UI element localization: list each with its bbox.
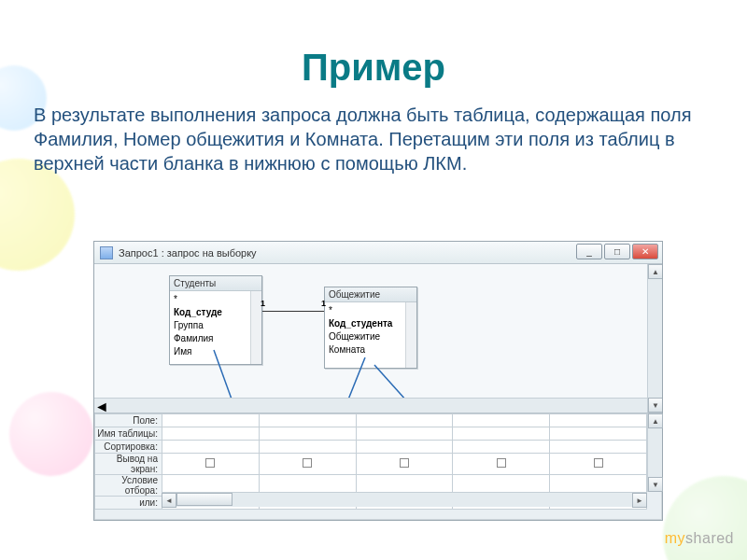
watermark: myshared: [665, 530, 734, 547]
grid-row-label: или:: [95, 497, 162, 510]
field-item[interactable]: Группа: [174, 319, 258, 332]
window-titlebar[interactable]: Запрос1 : запрос на выборку _ □ ✕: [94, 242, 662, 264]
grid-cell[interactable]: [162, 427, 259, 441]
table-box-dorm[interactable]: Общежитие * Код_студента Общежитие Комна…: [324, 287, 417, 369]
grid-horizontal-scrollbar[interactable]: ◄ ►: [162, 492, 647, 507]
grid-cell[interactable]: [453, 414, 550, 427]
scroll-thumb[interactable]: [176, 493, 233, 506]
field-item[interactable]: Код_студе: [174, 306, 258, 319]
grid-row: Сортировка:: [95, 441, 647, 454]
grid-row-label: Условие отбора:: [95, 475, 162, 497]
window-icon: [100, 246, 113, 259]
grid-cell[interactable]: [259, 454, 356, 475]
grid-row-label: Поле:: [95, 414, 162, 427]
grid-row-label: Сортировка:: [95, 441, 162, 454]
grid-row: Поле:: [95, 414, 647, 427]
minimize-button[interactable]: _: [576, 244, 602, 259]
grid-cell[interactable]: [259, 441, 356, 454]
grid-cell[interactable]: [259, 427, 356, 441]
field-item[interactable]: Комната: [329, 343, 413, 357]
grid-cell[interactable]: [550, 454, 647, 475]
grid-cell[interactable]: [453, 454, 550, 475]
query-designer-window: Запрос1 : запрос на выборку _ □ ✕ Студен…: [93, 241, 663, 521]
scroll-down-icon[interactable]: ▼: [648, 477, 663, 492]
table-scrollbar[interactable]: [405, 302, 416, 368]
diagram-vertical-scrollbar[interactable]: ▲ ▼: [647, 264, 662, 413]
grid-cell[interactable]: [162, 414, 259, 427]
table-caption: Общежитие: [325, 287, 416, 302]
field-item[interactable]: *: [329, 304, 413, 317]
maximize-button[interactable]: □: [604, 244, 630, 259]
table-box-students[interactable]: Студенты * Код_студе Группа Фамилия Имя: [169, 275, 262, 365]
scroll-left-icon[interactable]: ◄: [162, 493, 176, 508]
field-item[interactable]: *: [174, 293, 258, 306]
scroll-left-icon[interactable]: ◄: [94, 399, 647, 413]
grid-row-label: Имя таблицы:: [95, 427, 162, 441]
slide-title: Пример: [0, 47, 747, 89]
grid-cell[interactable]: [356, 454, 453, 475]
scroll-up-icon[interactable]: ▲: [648, 413, 663, 428]
show-checkbox[interactable]: [400, 458, 409, 468]
grid-cell[interactable]: [162, 454, 259, 475]
field-item[interactable]: Общежитие: [329, 330, 413, 343]
window-title: Запрос1 : запрос на выборку: [119, 247, 257, 259]
scroll-right-icon[interactable]: ►: [632, 493, 647, 508]
slide-paragraph: В результате выполнения запроса должна б…: [34, 103, 713, 175]
grid-cell[interactable]: [356, 414, 453, 427]
close-button[interactable]: ✕: [632, 244, 658, 259]
grid-cell[interactable]: [162, 441, 259, 454]
grid-cell[interactable]: [453, 441, 550, 454]
field-item[interactable]: Код_студента: [329, 317, 413, 330]
grid-cell[interactable]: [550, 414, 647, 427]
grid-row: Вывод на экран:: [95, 454, 647, 475]
design-grid-pane[interactable]: Поле:Имя таблицы:Сортировка:Вывод на экр…: [94, 413, 662, 507]
scroll-down-icon[interactable]: ▼: [648, 398, 662, 413]
grid-cell[interactable]: [259, 414, 356, 427]
grid-cell[interactable]: [550, 427, 647, 441]
grid-row-label: Вывод на экран:: [95, 454, 162, 475]
show-checkbox[interactable]: [205, 458, 215, 468]
grid-cell[interactable]: [453, 427, 550, 441]
field-item[interactable]: Имя: [174, 345, 258, 358]
diagram-pane[interactable]: Студенты * Код_студе Группа Фамилия Имя …: [94, 264, 662, 413]
grid-cell[interactable]: [356, 427, 453, 441]
table-caption: Студенты: [170, 276, 261, 291]
show-checkbox[interactable]: [594, 458, 603, 468]
grid-cell[interactable]: [356, 441, 453, 454]
scroll-up-icon[interactable]: ▲: [648, 264, 662, 279]
grid-row: Имя таблицы:: [95, 427, 647, 441]
diagram-horizontal-scrollbar[interactable]: ◄ ►: [94, 398, 647, 413]
show-checkbox[interactable]: [497, 458, 506, 468]
grid-vertical-scrollbar[interactable]: ▲ ▼: [647, 413, 662, 492]
field-item[interactable]: Фамилия: [174, 332, 258, 345]
relationship-line[interactable]: [262, 311, 324, 326]
grid-cell[interactable]: [550, 441, 647, 454]
show-checkbox[interactable]: [303, 458, 312, 468]
